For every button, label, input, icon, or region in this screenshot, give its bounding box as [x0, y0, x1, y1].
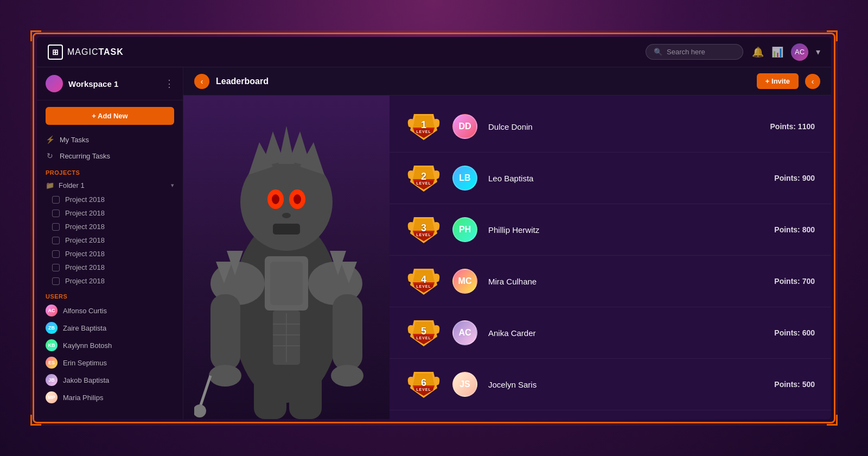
sidebar-user-6[interactable]: MP Maria Philips	[37, 389, 183, 406]
sidebar: Workspace 1 ⋮ + Add New ⚡ My Tasks ↻ Rec…	[37, 67, 183, 419]
workspace-header: Workspace 1 ⋮	[37, 67, 183, 100]
user-initials-3: KB	[48, 343, 55, 348]
sidebar-item-my-tasks[interactable]: ⚡ My Tasks	[37, 131, 183, 148]
folder-item[interactable]: 📁 Folder 1 ▾	[37, 178, 183, 193]
badge-inner-5: 5 LEVEL	[416, 326, 431, 340]
rank-name-3: Phillip Herwitz	[488, 225, 763, 235]
rank-points-6: Points: 500	[774, 380, 815, 389]
project-4-name: Project 2018	[65, 236, 105, 244]
sidebar-user-1[interactable]: AC Alfonso Curtis	[37, 302, 183, 319]
rank-initials-6: JS	[459, 379, 470, 389]
rank-item-7: 7 LEVEL HD Haylie Donin Points: 400	[390, 410, 831, 419]
project-item-2[interactable]: Project 2018	[37, 206, 183, 220]
user-avatar-4: ES	[46, 357, 58, 369]
project-item-1[interactable]: Project 2018	[37, 193, 183, 206]
svg-rect-20	[333, 294, 362, 370]
sidebar-user-3[interactable]: KB Kaylynn Botosh	[37, 337, 183, 354]
main-area: Workspace 1 ⋮ + Add New ⚡ My Tasks ↻ Rec…	[37, 67, 831, 419]
users-section-label: Users	[37, 288, 183, 302]
collapse-button[interactable]: ‹	[805, 74, 820, 89]
project-dot-icon	[52, 277, 60, 285]
project-item-3[interactable]: Project 2018	[37, 220, 183, 233]
folder-icon: 📁	[46, 181, 54, 189]
rank-number-1: 1	[421, 120, 426, 130]
workspace-icon	[46, 75, 63, 92]
svg-rect-31	[289, 365, 322, 419]
rank-item-6: 6 LEVEL JS Jocelyn Saris Points: 500	[390, 359, 831, 410]
badge-inner-3: 3 LEVEL	[416, 223, 431, 237]
svg-point-33	[194, 404, 206, 417]
chevron-down-icon[interactable]: ▾	[816, 47, 820, 57]
recurring-icon: ↻	[46, 151, 54, 160]
project-item-5[interactable]: Project 2018	[37, 247, 183, 261]
rank-badge-2: 2 LEVEL	[406, 160, 442, 196]
rank-item-3: 3 LEVEL PH Phillip Herwitz Points: 800	[390, 204, 831, 256]
rank-points-3: Points: 800	[774, 225, 815, 234]
project-dot-icon	[52, 196, 60, 204]
my-tasks-label: My Tasks	[60, 136, 89, 144]
user-avatar-6: MP	[46, 391, 58, 403]
rank-number-6: 6	[421, 378, 426, 388]
project-dot-icon	[52, 250, 60, 258]
svg-point-21	[209, 365, 241, 387]
rank-badge-6: 6 LEVEL	[406, 366, 442, 402]
rank-name-1: Dulce Donin	[488, 122, 760, 131]
rank-initials-4: MC	[458, 276, 472, 286]
rank-avatar-2: LB	[452, 166, 477, 191]
leaderboard-area: 1 LEVEL DD Dulce Donin Points: 1100	[183, 96, 831, 419]
sidebar-user-2[interactable]: ZB Zaire Baptista	[37, 319, 183, 337]
rank-badge-4: 4 LEVEL	[406, 263, 442, 299]
rank-badge-3: 3 LEVEL	[406, 212, 442, 248]
rank-initials-5: AC	[458, 328, 471, 338]
rank-badge-5: 5 LEVEL	[406, 315, 442, 351]
rank-points-2: Points: 900	[774, 174, 815, 182]
user-avatar-1: AC	[46, 305, 58, 316]
rank-item-4: 4 LEVEL MC Mira Culhane Points: 700	[390, 256, 831, 307]
header-icons: 🔔 📊 AC ▾	[752, 43, 820, 61]
sidebar-item-recurring-tasks[interactable]: ↻ Recurring Tasks	[37, 148, 183, 164]
svg-rect-24	[270, 262, 303, 305]
project-item-6[interactable]: Project 2018	[37, 261, 183, 274]
rank-name-4: Mira Culhane	[488, 277, 763, 286]
project-5-name: Project 2018	[65, 250, 105, 258]
user-initials-6: MP	[48, 395, 55, 400]
user-avatar-2: ZB	[46, 322, 58, 334]
notification-icon[interactable]: 🔔	[752, 46, 764, 58]
svg-point-11	[282, 213, 291, 218]
search-box[interactable]: 🔍 Search here	[646, 44, 743, 60]
chart-icon[interactable]: 📊	[771, 46, 783, 58]
avatar-initials: AC	[795, 48, 805, 56]
rank-avatar-6: JS	[452, 372, 477, 397]
user-avatar-5: JB	[46, 374, 58, 386]
rank-number-3: 3	[421, 223, 426, 233]
project-dot-icon	[52, 210, 60, 217]
recurring-tasks-label: Recurring Tasks	[60, 152, 110, 160]
logo-icon: ⊞	[48, 45, 63, 60]
user-name-2: Zaire Baptista	[63, 324, 106, 332]
workspace-menu-icon[interactable]: ⋮	[164, 78, 174, 90]
rank-initials-1: DD	[458, 122, 471, 131]
rank-initials-3: PH	[459, 225, 471, 235]
project-item-4[interactable]: Project 2018	[37, 233, 183, 247]
svg-point-9	[272, 194, 279, 204]
svg-rect-30	[254, 365, 286, 419]
top-header: ⊞ MAGICTASK 🔍 Search here 🔔 📊 AC ▾	[37, 37, 831, 67]
project-dot-icon	[52, 237, 60, 244]
sidebar-user-5[interactable]: JB Jakob Baptista	[37, 371, 183, 389]
rank-points-5: Points: 600	[774, 328, 815, 337]
sidebar-user-4[interactable]: ES Erin Septimus	[37, 354, 183, 371]
project-7-name: Project 2018	[65, 277, 105, 285]
add-new-button[interactable]: + Add New	[46, 107, 174, 125]
monster-illustration	[194, 96, 379, 419]
rank-item-5: 5 LEVEL AC Anika Carder Points: 600	[390, 307, 831, 359]
invite-button[interactable]: + Invite	[757, 73, 799, 89]
back-button[interactable]: ‹	[194, 74, 209, 89]
badge-inner-4: 4 LEVEL	[416, 275, 431, 288]
rank-item-1: 1 LEVEL DD Dulce Donin Points: 1100	[390, 101, 831, 153]
page-title: Leaderboard	[216, 77, 750, 86]
rank-badge-1: 1 LEVEL	[406, 109, 442, 144]
project-item-7[interactable]: Project 2018	[37, 274, 183, 288]
avatar[interactable]: AC	[791, 43, 808, 61]
svg-rect-12	[273, 224, 300, 235]
user-name-4: Erin Septimus	[63, 359, 107, 367]
